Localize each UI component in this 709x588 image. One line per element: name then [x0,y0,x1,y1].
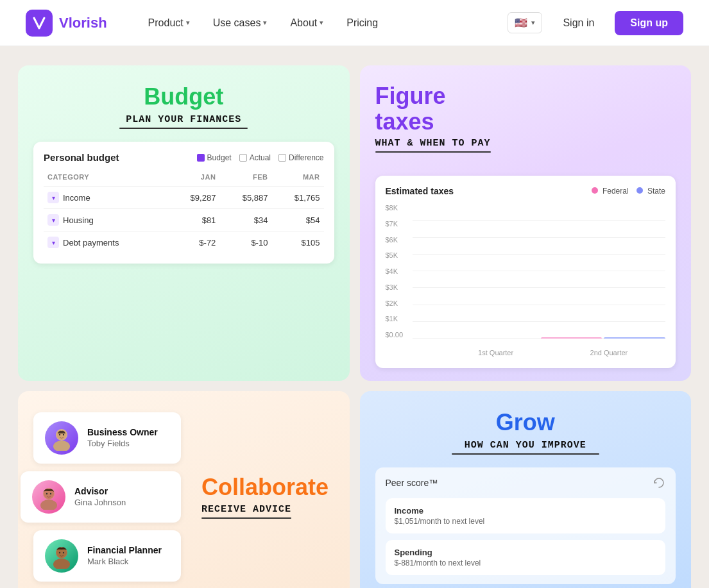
peer-score-title: Peer score™ [386,478,438,488]
svg-point-13 [59,551,60,553]
svg-point-6 [40,500,57,510]
grow-subtitle: HOW CAN YOU IMPROVE [375,440,676,455]
chevron-down-icon: ▾ [263,19,267,27]
person-info-adv: Advisor Gina Johnson [74,486,126,507]
svg-point-14 [63,551,64,553]
col-feb: FEB [219,171,271,187]
legend-federal: Federal [592,187,629,196]
y-label: $6K [386,236,410,244]
avatar-business-owner [45,421,78,455]
legend-actual: Actual [239,153,271,162]
person-role-bo: Business Owner [87,427,158,437]
state-dot [636,187,643,194]
col-category: CATEGORY [44,171,167,187]
legend-difference: Difference [278,153,323,162]
person-role-fp: Financial Planner [87,545,162,555]
budget-table: CATEGORY JAN FEB MAR ▾Income $9,287 $5,8… [44,171,324,253]
score-income-title: Income [395,506,657,516]
person-name-fp: Mark Black [87,557,162,566]
svg-point-11 [53,559,70,569]
grow-title: Grow [375,409,676,436]
q2-group [541,337,665,339]
diff-dot [278,154,286,162]
person-info-fp: Financial Planner Mark Black [87,545,162,566]
score-income-sub: $1,051/month to next level [395,517,657,526]
nav-pricing[interactable]: Pricing [337,12,387,34]
feature-grid: Budget PLAN YOUR FINANCES Personal budge… [18,65,691,588]
refresh-icon[interactable] [653,476,665,489]
collaborate-subtitle: RECEIVE ADVICE [201,504,291,519]
grow-widget: Peer score™ Income $1,051/month to next … [375,467,676,584]
tax-widget-title: Estimated taxes [386,186,454,196]
legend-budget: Budget [197,153,232,162]
person-info-bo: Business Owner Toby Fields [87,427,158,448]
col-jan: JAN [167,171,219,187]
svg-point-4 [63,433,64,435]
y-label: $0.00 [386,331,410,339]
chevron-down-icon: ▾ [531,19,535,27]
taxes-subtitle: WHAT & WHEN TO PAY [375,138,491,153]
avatar-advisor [32,480,65,514]
logo-area[interactable]: Vlorish [26,10,107,37]
grow-widget-header: Peer score™ [386,476,666,489]
nav-links: Product ▾ Use cases ▾ About ▾ Pricing [139,12,508,34]
svg-point-8 [46,492,47,494]
person-name-adv: Gina Johnson [74,498,126,507]
budget-legend: Budget Actual Difference [197,153,324,162]
y-label: $8K [386,204,410,212]
tax-chart: $0.00 $1K $2K $3K $4K $5K $6K $7K $8K [386,204,666,358]
widget-header: Personal budget Budget Actual Differe [44,152,324,163]
score-item-spending: Spending $-881/month to next level [386,540,666,575]
grow-card: Grow HOW CAN YOU IMPROVE Peer score™ Inc… [360,391,692,588]
nav-right: 🇺🇸 ▾ Sign in Sign up [508,11,683,35]
tax-widget: Estimated taxes Federal State [375,176,676,368]
svg-point-9 [50,492,51,494]
col-mar: MAR [271,171,323,187]
score-items: Income $1,051/month to next level Spendi… [386,498,666,575]
nav-product[interactable]: Product ▾ [139,12,199,34]
taxes-title: Figuretaxes [375,83,676,134]
signin-button[interactable]: Sign in [552,12,604,34]
nav-usecases[interactable]: Use cases ▾ [204,12,277,34]
person-card-planner: Financial Planner Mark Black [33,530,181,582]
logo-text: Vlorish [59,15,107,31]
budget-dot [197,154,205,162]
row-chevron-icon: ▾ [47,214,59,226]
collaborate-card: Business Owner Toby Fields [18,391,350,588]
person-card-advisor: Advisor Gina Johnson [21,471,181,523]
nav-about[interactable]: About ▾ [281,12,332,34]
budget-subtitle: PLAN YOUR FINANCES [33,114,334,129]
budget-widget: Personal budget Budget Actual Differe [33,142,334,264]
tax-widget-header: Estimated taxes Federal State [386,186,666,196]
chart-x-labels: 1st Quarter 2nd Quarter [413,340,666,358]
avatar-planner [45,539,78,573]
x-label-q2: 2nd Quarter [552,340,665,358]
x-label-q1: 1st Quarter [440,340,552,358]
signup-button[interactable]: Sign up [615,11,683,35]
y-label: $2K [386,299,410,307]
row-chevron-icon: ▾ [47,237,59,248]
flag-icon: 🇺🇸 [515,17,527,29]
score-item-income: Income $1,051/month to next level [386,498,666,533]
budget-title: Budget [33,83,334,110]
chevron-down-icon: ▾ [320,19,323,27]
collab-people: Business Owner Toby Fields [33,412,181,582]
svg-point-1 [53,441,70,451]
actual-dot [239,154,247,162]
y-label: $5K [386,251,410,259]
y-label: $3K [386,283,410,291]
q2-state-bar [604,337,665,339]
table-row: ▾Housing $81 $34 $54 [44,209,324,231]
score-spending-title: Spending [395,548,657,557]
chart-y-labels: $0.00 $1K $2K $3K $4K $5K $6K $7K $8K [386,204,410,339]
person-name-bo: Toby Fields [87,439,158,448]
language-selector[interactable]: 🇺🇸 ▾ [508,12,542,33]
legend-state: State [636,187,665,196]
y-label: $4K [386,267,410,275]
table-row: ▾Debt payments $-72 $-10 $105 [44,231,324,254]
row-chevron-icon: ▾ [47,192,59,203]
chart-bars [413,204,666,339]
budget-card: Budget PLAN YOUR FINANCES Personal budge… [18,65,350,381]
taxes-card: Figuretaxes WHAT & WHEN TO PAY Estimated… [360,65,692,381]
person-card-business-owner: Business Owner Toby Fields [33,412,181,464]
